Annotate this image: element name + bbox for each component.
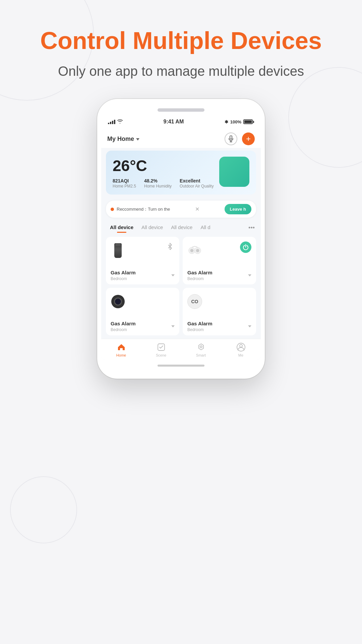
weather-left: 26°C 821AQI Home PM2.5 48.2% Home Humidi… <box>113 157 214 189</box>
status-left <box>108 119 123 124</box>
mic-button[interactable] <box>225 132 237 145</box>
device-1-room: Bedroom <box>111 276 135 281</box>
signal-bars <box>108 119 115 124</box>
co-sensor-icon: CO <box>187 294 202 309</box>
weather-card-decoration <box>219 157 249 187</box>
status-bar: 9:41 AM ✱ 100% <box>101 116 261 128</box>
tab-all-device-1[interactable]: All device <box>106 223 137 233</box>
status-time: 9:41 AM <box>163 119 184 125</box>
device-3-room: Bedroom <box>111 327 135 332</box>
home-selector[interactable]: My Home <box>107 136 139 143</box>
air-stat: Excellent Outdoor Air Quality <box>180 178 214 189</box>
device-card-2-bottom: Gas Alarm Bedroom <box>187 270 251 281</box>
device-card-3-top <box>111 292 175 311</box>
chevron-down-icon-4 <box>248 325 251 327</box>
humidity-stat: 48.2% Home Humidity <box>144 178 172 189</box>
wifi-icon <box>117 119 123 124</box>
device-card-3-bottom: Gas Alarm Bedroom <box>111 321 175 332</box>
svg-point-6 <box>190 249 194 252</box>
device-icon-2 <box>187 241 202 260</box>
device-card-4[interactable]: CO Gas Alarm Bedroom <box>183 288 256 335</box>
home-nav-icon <box>117 342 126 352</box>
home-name: My Home <box>107 136 134 143</box>
status-right: ✱ 100% <box>225 119 254 124</box>
nav-home-label: Home <box>116 353 126 357</box>
camera-icon <box>111 295 125 308</box>
air-label: Outdoor Air Quality <box>180 184 214 189</box>
nav-me[interactable]: Me <box>221 342 261 357</box>
device-2-name: Gas Alarm <box>187 270 212 275</box>
svg-point-11 <box>240 344 242 347</box>
device-grid: Gas Alarm Bedroom <box>101 234 261 339</box>
scene-nav-icon <box>157 342 166 352</box>
device-icon-1 <box>111 241 125 260</box>
weather-stats: 821AQI Home PM2.5 48.2% Home Humidity Ex… <box>113 178 214 189</box>
device-tabs: All device All device All device All d •… <box>101 220 261 234</box>
chevron-down-icon-3 <box>171 325 175 327</box>
power-button-icon <box>240 241 251 253</box>
device-card-3[interactable]: Gas Alarm Bedroom <box>106 288 179 335</box>
recommendation-banner: Reccommend：Turn on the ✕ Leave h <box>106 201 256 218</box>
leave-button[interactable]: Leave h <box>225 204 251 214</box>
svg-rect-0 <box>230 136 232 139</box>
device-2-room: Bedroom <box>187 276 212 281</box>
nav-scene-label: Scene <box>156 353 166 357</box>
bluetooth-icon: ✱ <box>225 119 228 124</box>
add-button[interactable]: + <box>242 132 255 145</box>
rec-close-button[interactable]: ✕ <box>194 206 201 212</box>
tab-all-device-4[interactable]: All d <box>196 223 214 233</box>
nav-home[interactable]: Home <box>101 342 141 357</box>
aqi-label: Home PM2.5 <box>113 184 136 189</box>
header-actions: + <box>225 132 255 145</box>
me-nav-icon <box>236 342 246 352</box>
chevron-down-icon-2 <box>248 274 251 276</box>
aqi-stat: 821AQI Home PM2.5 <box>113 178 136 189</box>
humidity-value: 48.2% <box>144 178 172 183</box>
device-icon-3 <box>111 292 125 311</box>
device-4-room: Bedroom <box>187 327 212 332</box>
cylinder-icon <box>114 243 122 258</box>
rec-dot <box>111 208 114 211</box>
weather-card: 26°C 821AQI Home PM2.5 48.2% Home Humidi… <box>106 151 256 195</box>
device-4-name: Gas Alarm <box>187 321 212 326</box>
tab-all-device-3[interactable]: All device <box>167 223 196 233</box>
battery-percent: 100% <box>230 119 241 124</box>
device-2-info: Gas Alarm Bedroom <box>187 270 212 281</box>
phone-notch <box>158 108 204 112</box>
svg-point-8 <box>196 249 199 252</box>
nav-smart[interactable]: Smart <box>181 342 221 357</box>
page-subtitle: Only one app to manage multiple devices <box>38 64 324 79</box>
nav-smart-label: Smart <box>196 353 206 357</box>
battery-icon <box>243 119 254 124</box>
chevron-down-icon-1 <box>171 274 175 276</box>
tabs-more-button[interactable]: ••• <box>247 224 256 231</box>
device-1-info: Gas Alarm Bedroom <box>111 270 135 281</box>
rec-left: Reccommend：Turn on the <box>111 206 170 212</box>
app-content: My Home + <box>101 129 261 360</box>
nav-me-label: Me <box>238 353 243 357</box>
nav-scene[interactable]: Scene <box>141 342 181 357</box>
device-icon-4: CO <box>187 292 202 311</box>
humidity-label: Home Humidity <box>144 184 172 189</box>
page-title: Control Multiple Devices <box>20 27 342 54</box>
bluetooth-status-icon <box>165 241 175 251</box>
air-value: Excellent <box>180 178 214 183</box>
device-card-4-top: CO <box>187 292 251 311</box>
weather-section: 26°C 821AQI Home PM2.5 48.2% Home Humidi… <box>101 148 261 198</box>
device-card-1[interactable]: Gas Alarm Bedroom <box>106 237 179 284</box>
phone-home-bar <box>158 365 204 367</box>
smart-nav-icon <box>196 342 206 352</box>
tab-all-device-2[interactable]: All device <box>137 223 167 233</box>
device-card-4-bottom: Gas Alarm Bedroom <box>187 321 251 332</box>
device-3-name: Gas Alarm <box>111 321 135 326</box>
temperature: 26°C <box>113 157 214 175</box>
aqi-value: 821AQI <box>113 178 136 183</box>
device-4-info: Gas Alarm Bedroom <box>187 321 212 332</box>
device-3-info: Gas Alarm Bedroom <box>111 321 135 332</box>
rec-text: Reccommend：Turn on the <box>117 206 170 212</box>
device-1-name: Gas Alarm <box>111 270 135 275</box>
device-card-1-top <box>111 241 175 260</box>
app-header: My Home + <box>101 129 261 148</box>
device-card-2[interactable]: Gas Alarm Bedroom <box>183 237 256 284</box>
bottom-nav: Home Scene <box>101 339 261 360</box>
